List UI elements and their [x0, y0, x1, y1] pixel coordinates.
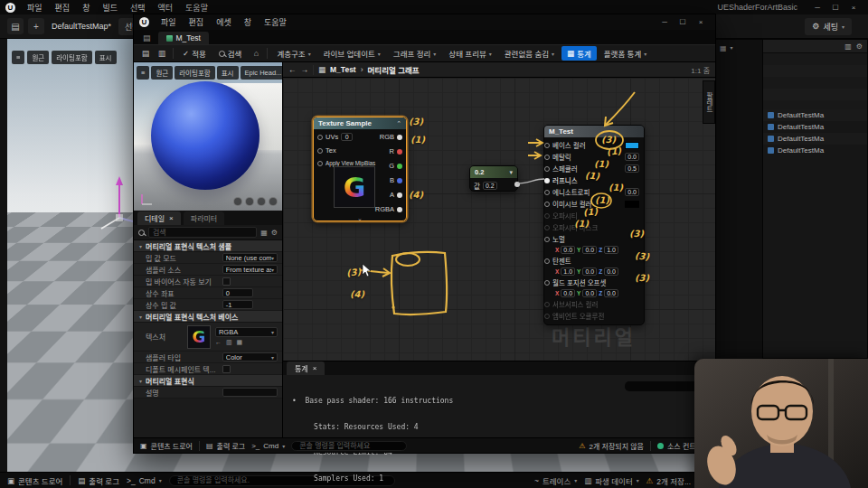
input-pin[interactable] [317, 148, 323, 154]
viewport-menu-button[interactable]: ≡ [12, 51, 24, 64]
input-pin[interactable] [544, 190, 550, 195]
input-pin[interactable] [544, 225, 550, 230]
folder-icon[interactable]: ▥ [844, 42, 852, 51]
home-button[interactable]: ⌂ [249, 47, 263, 61]
console-input[interactable] [291, 441, 407, 451]
preview-shape-sphere-button[interactable] [245, 197, 254, 206]
base-color-swatch[interactable] [625, 142, 639, 149]
auto-view-mip-bias-checkbox[interactable] [222, 277, 231, 286]
platform-stats-dropdown[interactable]: 플랫폼 통계▾ [599, 46, 652, 61]
section-texture-sample[interactable]: ▾머티리얼 표현식 텍스처 샘플 [134, 240, 282, 252]
mip-mode-dropdown[interactable]: None (use computed mi▾ [222, 253, 278, 262]
texture-sample-header[interactable]: Texture Sample ⌃ [314, 117, 406, 129]
menu-file[interactable]: 파일 [21, 2, 49, 14]
close-icon[interactable]: × [313, 364, 317, 372]
browse-button[interactable]: ▥ [155, 47, 169, 61]
search-button[interactable]: 검색 [213, 46, 248, 61]
metallic-value-field[interactable]: 0.0 [625, 153, 639, 161]
constant-value-field[interactable]: 0.2 [483, 182, 497, 190]
tab-parameters[interactable]: 파라미터 [184, 211, 224, 225]
unsaved-indicator[interactable]: ⚠2개 저장되지 않음 [579, 441, 644, 451]
menu-select[interactable]: 선택 [124, 2, 152, 14]
sampler-source-dropdown[interactable]: From texture asset▾ [222, 265, 278, 274]
viewport-perspective-button[interactable]: 원근 [27, 51, 49, 64]
input-pin[interactable] [544, 143, 550, 148]
outliner-row[interactable]: DefaultTestMa [763, 145, 867, 156]
preview-shape-cube-button[interactable] [269, 197, 278, 206]
tab-stats[interactable]: 통계× [287, 361, 325, 375]
input-pin[interactable] [317, 161, 323, 166]
close-button[interactable]: × [692, 18, 710, 26]
gear-icon[interactable]: ⚙ [856, 42, 863, 51]
live-update-dropdown[interactable]: 라이브 업데이트▾ [318, 46, 386, 61]
tab-m-test[interactable]: M_Test [158, 32, 209, 44]
input-pin[interactable] [544, 155, 550, 160]
input-pin[interactable] [544, 178, 550, 183]
menu-window[interactable]: 창 [76, 2, 96, 14]
preview-perspective-button[interactable]: 원근 [151, 66, 173, 80]
grid-icon[interactable]: ▦ [720, 44, 727, 52]
settings-dropdown[interactable]: ⚙ 세팅 ▾ [805, 18, 852, 35]
input-pin[interactable] [544, 213, 550, 219]
preview-state-dropdown[interactable]: 상태 프리뷰▾ [443, 46, 496, 61]
outliner-row[interactable]: DefaultTestMa [763, 121, 867, 133]
normal-z-field[interactable]: 1.0 [604, 246, 618, 254]
texture-channel-dropdown[interactable]: RGBA▾ [215, 327, 278, 337]
tangent-x-field[interactable]: 1.0 [561, 267, 575, 276]
cmd-dropdown[interactable]: >_Cmd▾ [127, 476, 162, 485]
breadcrumb-graph[interactable]: 머티리얼 그래프 [368, 64, 420, 75]
details-search-input[interactable] [148, 227, 257, 238]
outliner-row[interactable]: DefaultTestMa [763, 109, 867, 121]
tangent-y-field[interactable]: 0.0 [582, 267, 597, 276]
menu-edit[interactable]: 편집 [49, 2, 77, 14]
output-pin[interactable] [397, 164, 402, 169]
chevron-up-icon[interactable]: ⌃ [396, 120, 401, 127]
viewport-show-button[interactable]: 표시 [95, 51, 117, 64]
maximize-button[interactable]: ☐ [674, 18, 692, 26]
mat-menu-asset[interactable]: 에셋 [210, 16, 238, 28]
mat-menu-file[interactable]: 파일 [155, 16, 183, 28]
minimize-button[interactable]: ─ [656, 18, 674, 26]
preview-lit-button[interactable]: 라이팅포함 [175, 66, 215, 80]
input-pin[interactable] [544, 166, 550, 172]
output-pin[interactable] [397, 135, 402, 140]
material-graph-canvas[interactable]: 머티리얼 팔레트 Texture Sample ⌃ UVs0 Tex Apply… [283, 78, 715, 361]
description-field[interactable] [222, 388, 278, 397]
preview-shape-cylinder-button[interactable] [233, 197, 242, 206]
preview-shape-plane-button[interactable] [257, 197, 266, 206]
menu-actor[interactable]: 액터 [152, 2, 180, 14]
constant-node-header[interactable]: 0.2 ▾ [470, 166, 517, 178]
save-button[interactable]: ▤ [138, 47, 153, 61]
output-pin[interactable] [397, 149, 402, 155]
menu-build[interactable]: 빌드 [96, 2, 124, 14]
hierarchy-dropdown[interactable]: 계층구조▾ [271, 46, 316, 61]
output-pin[interactable] [397, 178, 402, 183]
content-drawer-button[interactable]: ▣콘텐츠 드로어 [7, 475, 62, 486]
input-pin[interactable] [544, 258, 550, 264]
maximize-button[interactable]: ☐ [826, 4, 844, 12]
const-coordinate-field[interactable]: 0 [222, 288, 253, 297]
output-pin[interactable] [514, 182, 520, 187]
browse-to-icon[interactable]: ▥ [226, 339, 232, 346]
preview-menu-button[interactable]: ≡ [137, 66, 149, 80]
mat-menu-window[interactable]: 창 [238, 16, 258, 28]
add-button[interactable]: + [28, 18, 44, 34]
mat-menu-edit[interactable]: 편집 [183, 16, 211, 28]
material-preview-viewport[interactable]: ≡ 원근 라이팅포함 표시 Epic Head... [134, 62, 282, 211]
input-pin[interactable] [544, 302, 550, 307]
input-pin[interactable] [544, 314, 550, 319]
content-drawer-button[interactable]: ▣콘텐츠 드로어 [140, 441, 193, 451]
mat-menu-help[interactable]: 도움말 [258, 16, 293, 28]
constant-node[interactable]: 0.2 ▾ 값 0.2 [469, 165, 518, 192]
preview-mesh-button[interactable]: Epic Head... [241, 66, 282, 80]
input-pin[interactable] [544, 202, 550, 207]
use-selected-icon[interactable]: ← [215, 339, 222, 346]
input-pin[interactable] [544, 237, 550, 242]
save-button[interactable]: ▤ [7, 18, 24, 34]
wpo-z-field[interactable]: 0.0 [604, 289, 618, 297]
result-node-header[interactable]: M_Test [544, 126, 644, 137]
material-result-node[interactable]: M_Test 베이스 컬러 메탈릭0.0 스페큘러0.5 러프니스 에니소트로피… [543, 125, 645, 325]
uvs-value-field[interactable]: 0 [341, 133, 353, 141]
grid-icon[interactable]: ▦ [260, 229, 268, 237]
section-texture-base[interactable]: ▾머티리얼 표현식 텍스처 베이스 [134, 311, 282, 323]
